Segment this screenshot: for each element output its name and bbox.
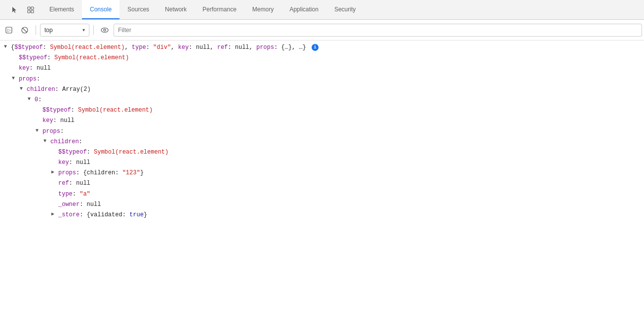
console-text: _store: {validated: true} [58, 210, 147, 220]
console-line: type: "a" [0, 189, 644, 200]
tab-bar: Elements Console Sources Network Perform… [0, 0, 644, 20]
expand-arrow[interactable] [36, 127, 42, 135]
chevron-down-icon: ▾ [82, 27, 85, 33]
filter-input[interactable] [114, 24, 642, 37]
console-text: key: null [58, 158, 90, 167]
tab-console[interactable]: Console [82, 0, 120, 19]
console-text: 0: [35, 95, 41, 105]
console-line: 0: [0, 95, 644, 105]
console-text: children: Array(2) [27, 85, 91, 94]
console-line: key: null [0, 63, 644, 74]
console-text: _owner: null [58, 200, 101, 209]
svg-rect-1 [31, 7, 34, 9]
console-text: key: null [19, 64, 51, 73]
tab-security[interactable]: Security [326, 0, 363, 19]
tab-sources[interactable]: Sources [120, 0, 157, 19]
expand-arrow[interactable] [43, 137, 50, 145]
toolbar-divider-2 [93, 25, 94, 35]
console-text: $$typeof: Symbol(react.element) [58, 148, 168, 157]
console-text: $$typeof: Symbol(react.element) [42, 106, 153, 115]
stop-btn[interactable] [18, 23, 32, 37]
console-text: {$$typeof: Symbol(react.element), type: … [11, 43, 319, 52]
tab-elements[interactable]: Elements [41, 0, 82, 19]
console-line: children: [0, 137, 644, 147]
console-line: {$$typeof: Symbol(react.element), type: … [0, 42, 644, 53]
console-line: props: [0, 126, 644, 137]
console-text: key: null [42, 116, 75, 125]
expand-arrow[interactable] [4, 43, 11, 51]
tab-memory[interactable]: Memory [244, 0, 282, 19]
console-line: children: Array(2) [0, 84, 644, 95]
eye-icon-btn[interactable] [98, 23, 112, 37]
execute-script-btn[interactable]: ▷ [2, 23, 16, 37]
expand-arrow[interactable] [51, 168, 58, 176]
console-text: ref: null [58, 179, 90, 188]
console-text: props: {children: "123"} [58, 168, 144, 178]
tab-application[interactable]: Application [282, 0, 326, 19]
expand-arrow[interactable] [51, 210, 58, 218]
console-line: key: null [0, 158, 644, 168]
console-text: children: [50, 137, 82, 147]
console-line: $$typeof: Symbol(react.element) [0, 147, 644, 158]
expand-arrow[interactable] [12, 75, 19, 82]
console-line: key: null [0, 116, 644, 126]
console-line: props: {children: "123"} [0, 168, 644, 178]
console-text: type: "a" [58, 190, 90, 199]
console-line: _store: {validated: true} [0, 210, 644, 220]
devtools-icons [4, 0, 41, 19]
cursor-icon-btn[interactable] [8, 3, 22, 17]
console-line: $$typeof: Symbol(react.element) [0, 105, 644, 116]
toolbar-divider-1 [36, 25, 36, 35]
expand-arrow[interactable] [20, 85, 27, 93]
svg-line-7 [23, 28, 27, 32]
svg-rect-0 [28, 7, 30, 9]
svg-text:▷: ▷ [7, 28, 11, 33]
svg-rect-2 [28, 10, 30, 13]
console-text: props: [42, 127, 64, 136]
context-value: top [44, 27, 80, 34]
info-icon: i [312, 44, 319, 51]
svg-rect-3 [31, 10, 34, 13]
svg-point-8 [101, 28, 108, 32]
expand-arrow[interactable] [28, 95, 35, 103]
console-line: _owner: null [0, 200, 644, 210]
layers-icon-btn[interactable] [24, 3, 38, 17]
context-selector[interactable]: top ▾ [40, 24, 89, 37]
svg-point-9 [104, 29, 106, 31]
console-output: {$$typeof: Symbol(react.element), type: … [0, 40, 644, 222]
console-text: props: [19, 75, 40, 84]
console-line: $$typeof: Symbol(react.element) [0, 53, 644, 63]
console-toolbar: ▷ top ▾ [0, 20, 644, 40]
tab-performance[interactable]: Performance [195, 0, 244, 19]
tab-network[interactable]: Network [157, 0, 195, 19]
console-line: ref: null [0, 178, 644, 189]
console-line: props: [0, 74, 644, 84]
console-text: $$typeof: Symbol(react.element) [19, 53, 129, 63]
